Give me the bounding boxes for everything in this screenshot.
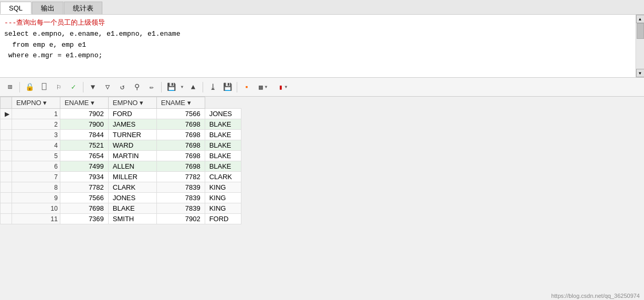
table-cell: JONES: [205, 109, 241, 119]
tab-sql[interactable]: SQL: [0, 2, 31, 14]
save-arrow-wrap: ▼: [179, 80, 185, 94]
row-number: 9: [12, 193, 60, 203]
stats-btn[interactable]: ▪: [240, 80, 254, 94]
table-row[interactable]: 87782CLARK7839KING: [1, 182, 241, 193]
table-cell: 7900: [60, 119, 108, 130]
scroll-thumb[interactable]: [637, 23, 644, 39]
check-btn[interactable]: ✓: [67, 80, 80, 94]
col-ename-1[interactable]: ENAME ▾: [60, 97, 108, 109]
table-cell: 7934: [60, 172, 108, 182]
row-number: 2: [12, 119, 60, 130]
row-indicator: [1, 214, 12, 224]
table-header-row: EMPNO ▾ ENAME ▾ EMPNO ▾ ENAME ▾: [1, 97, 241, 109]
table-cell: ALLEN: [108, 161, 156, 172]
row-number: 5: [12, 151, 60, 161]
table-cell: 7698: [156, 151, 205, 161]
table-cell: 7839: [156, 182, 205, 193]
table-cell: CLARK: [108, 182, 156, 193]
data-table-wrap[interactable]: EMPNO ▾ ENAME ▾ EMPNO ▾ ENAME ▾ ▶17902FO…: [0, 97, 644, 300]
save-dropdown-btn[interactable]: ▼: [179, 80, 185, 94]
row-indicator: [1, 203, 12, 214]
row-number: 8: [12, 182, 60, 193]
export-btn[interactable]: ⤓: [206, 80, 219, 94]
up-btn[interactable]: ▲: [186, 80, 200, 94]
table-cell: 7698: [156, 119, 205, 130]
sep4: [203, 82, 203, 92]
table-cell: 7566: [156, 109, 205, 119]
row-indicator: [1, 193, 12, 203]
row-indicator: [1, 140, 12, 151]
row-indicator: [1, 182, 12, 193]
table-cell: 7698: [156, 140, 205, 151]
scroll-track: [637, 23, 644, 69]
table-cell: 7369: [60, 214, 108, 224]
pencil-btn[interactable]: ✏: [145, 80, 159, 94]
row-number: 4: [12, 140, 60, 151]
table-cell: 7902: [156, 214, 205, 224]
table-cell: 7844: [60, 130, 108, 140]
table-cell: 7499: [60, 161, 108, 172]
table-row[interactable]: 97566JONES7839KING: [1, 193, 241, 203]
row-number: 3: [12, 130, 60, 140]
table-row[interactable]: 47521WARD7698BLAKE: [1, 140, 241, 151]
table-cell: FORD: [205, 214, 241, 224]
row-indicator: ▶: [1, 109, 12, 119]
down-btn[interactable]: ▼: [86, 80, 100, 94]
grid-btn[interactable]: ⊞: [3, 80, 17, 94]
table-cell: BLAKE: [205, 140, 241, 151]
scroll-up-btn[interactable]: ▲: [636, 15, 645, 23]
row-indicator: [1, 119, 12, 130]
table-cell: 7839: [156, 203, 205, 214]
bookmark-btn[interactable]: ⚐: [52, 80, 66, 94]
lock-btn[interactable]: 🔒: [23, 80, 36, 94]
col-ename-2[interactable]: ENAME ▾: [156, 97, 205, 109]
down-end-btn[interactable]: ▽: [101, 80, 114, 94]
table-row[interactable]: ▶17902FORD7566JONES: [1, 109, 241, 119]
status-bar: https://blog.csdn.net/qq_36250974: [547, 292, 644, 300]
table-cell: BLAKE: [205, 119, 241, 130]
col-empno-1[interactable]: EMPNO ▾: [12, 97, 60, 109]
table-row[interactable]: 27900JAMES7698BLAKE: [1, 119, 241, 130]
save-btn[interactable]: 💾: [164, 80, 178, 94]
table-cell: 7698: [156, 130, 205, 140]
sql-comment: ---查询出每一个员工的上级领导: [4, 19, 105, 27]
table-cell: KING: [205, 193, 241, 203]
table-cell: 7782: [60, 182, 108, 193]
results-table: EMPNO ▾ ENAME ▾ EMPNO ▾ ENAME ▾ ▶17902FO…: [0, 97, 241, 224]
table-row[interactable]: 37844TURNER7698BLAKE: [1, 130, 241, 140]
status-url: https://blog.csdn.net/qq_36250974: [551, 293, 640, 299]
copy-btn[interactable]: ⎕: [37, 80, 51, 94]
scroll-down-btn[interactable]: ▼: [636, 69, 645, 77]
search-btn[interactable]: ⚲: [130, 80, 144, 94]
sql-editor: ---查询出每一个员工的上级领导 select e.empno, e.ename…: [0, 15, 644, 78]
table-row[interactable]: 67499ALLEN7698BLAKE: [1, 161, 241, 172]
tab-stats[interactable]: 统计表: [64, 2, 102, 14]
table-cell: 7566: [60, 193, 108, 203]
sep5: [237, 82, 237, 92]
table-cell: 7698: [60, 203, 108, 214]
row-indicator: [1, 151, 12, 161]
table-cell: BLAKE: [205, 130, 241, 140]
table-row[interactable]: 77934MILLER7782CLARK: [1, 172, 241, 182]
row-number: 1: [12, 109, 60, 119]
sql-text[interactable]: ---查询出每一个员工的上级领导 select e.empno, e.ename…: [0, 15, 636, 77]
table-btn[interactable]: ▮ ▼: [275, 80, 293, 94]
col-empno-2[interactable]: EMPNO ▾: [108, 97, 156, 109]
tab-output[interactable]: 输出: [32, 2, 64, 14]
refresh-btn[interactable]: ↺: [115, 80, 129, 94]
table-cell: MILLER: [108, 172, 156, 182]
table-cell: 7654: [60, 151, 108, 161]
table-cell: 7902: [60, 109, 108, 119]
table-cell: BLAKE: [205, 151, 241, 161]
tabs-bar: SQL 输出 统计表: [0, 0, 644, 15]
table-row[interactable]: 117369SMITH7902FORD: [1, 214, 241, 224]
disk-btn[interactable]: 💾: [220, 80, 234, 94]
table-row[interactable]: 57654MARTIN7698BLAKE: [1, 151, 241, 161]
table-cell: MARTIN: [108, 151, 156, 161]
table-cell: JONES: [108, 193, 156, 203]
table-row[interactable]: 107698BLAKE7839KING: [1, 203, 241, 214]
table-cell: WARD: [108, 140, 156, 151]
table-cell: SMITH: [108, 214, 156, 224]
sep3: [161, 82, 162, 92]
chart-btn[interactable]: ▩ ▼: [255, 80, 273, 94]
